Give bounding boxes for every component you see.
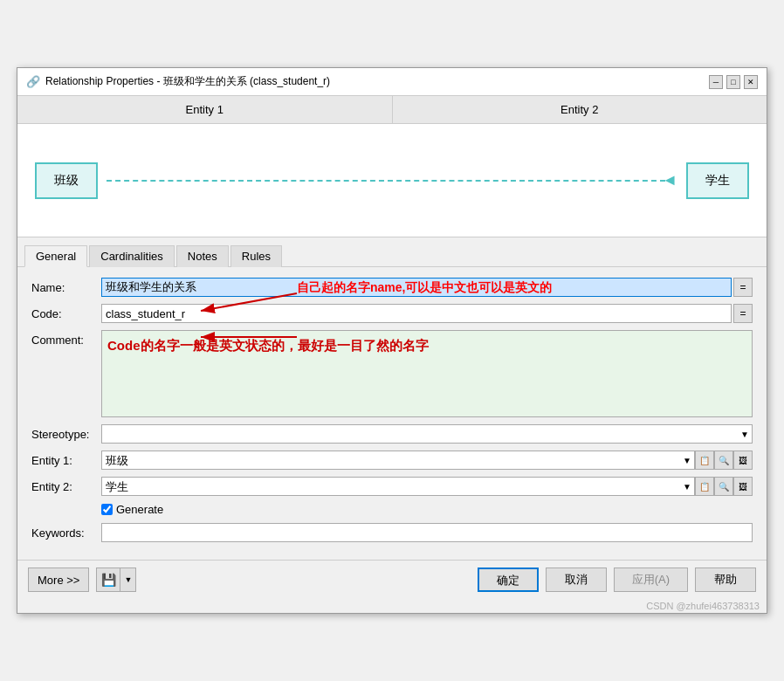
entity1-box: 班级 — [35, 162, 98, 199]
stereotype-label: Stereotype: — [31, 428, 101, 441]
entity2-icon-btn3[interactable]: 🖼 — [733, 477, 753, 496]
entity2-row-label: Entity 2: — [31, 480, 101, 493]
dashed-line — [107, 180, 665, 182]
entity1-select[interactable]: 班级 — [101, 451, 695, 470]
entity2-box: 学生 — [686, 162, 749, 199]
name-row: Name: = — [31, 278, 753, 297]
tab-bar: General Cardinalities Notes Rules — [17, 237, 767, 267]
generate-row: Generate — [101, 503, 753, 516]
window-icon: 🔗 — [26, 75, 40, 88]
code-input[interactable] — [101, 304, 732, 323]
ok-button[interactable]: 确定 — [478, 568, 539, 592]
code-label: Code: — [31, 307, 101, 320]
comment-display: Code的名字一般是英文状态的，最好是一目了然的名字 — [101, 330, 753, 417]
stereotype-select[interactable] — [101, 424, 753, 444]
title-bar: 🔗 Relationship Properties - 班级和学生的关系 (cl… — [17, 68, 767, 96]
save-button[interactable]: 💾 — [96, 568, 120, 592]
form-area: Name: = Code: = Comment: Code的名字一般是英文状态的… — [17, 267, 767, 560]
entity2-select-wrapper: 学生 ▼ — [101, 477, 695, 496]
entity2-icon-btn1[interactable]: 📋 — [695, 477, 714, 496]
tab-notes[interactable]: Notes — [176, 245, 229, 267]
title-bar-left: 🔗 Relationship Properties - 班级和学生的关系 (cl… — [26, 74, 330, 89]
name-eq-button[interactable]: = — [733, 278, 753, 297]
close-button[interactable]: ✕ — [744, 75, 758, 89]
title-bar-controls: ─ □ ✕ — [709, 75, 758, 89]
relationship-line: ◄ — [107, 180, 677, 182]
code-row: Code: = — [31, 304, 753, 323]
apply-button[interactable]: 应用(A) — [614, 568, 688, 592]
generate-label: Generate — [116, 503, 163, 516]
main-content: Name: = Code: = Comment: Code的名字一般是英文状态的… — [17, 267, 767, 560]
entity1-header: Entity 1 — [17, 96, 393, 123]
entity1-icon-btn1[interactable]: 📋 — [695, 451, 714, 470]
diagram-area: 班级 ◄ 学生 — [17, 124, 767, 237]
entity2-row: Entity 2: 学生 ▼ 📋 🔍 🖼 — [31, 477, 753, 496]
keywords-input[interactable] — [101, 523, 753, 542]
entity1-icon-btn3[interactable]: 🖼 — [733, 451, 753, 470]
tab-general[interactable]: General — [24, 245, 87, 267]
keywords-row: Keywords: — [31, 523, 753, 542]
help-button[interactable]: 帮助 — [695, 568, 756, 592]
entity1-select-wrapper: 班级 ▼ — [101, 451, 695, 470]
stereotype-select-wrapper: ▼ — [101, 424, 753, 444]
entity1-row-label: Entity 1: — [31, 454, 101, 467]
tab-cardinalities[interactable]: Cardinalities — [89, 245, 175, 267]
name-label: Name: — [31, 281, 101, 294]
watermark: CSDN @zhufei463738313 — [17, 599, 767, 613]
entity1-icon-btn2[interactable]: 🔍 — [714, 451, 733, 470]
maximize-button[interactable]: □ — [726, 75, 740, 89]
save-group: 💾 ▼ — [96, 568, 136, 592]
comment-row: Comment: Code的名字一般是英文状态的，最好是一目了然的名字 — [31, 330, 753, 417]
entity2-icon-btn2[interactable]: 🔍 — [714, 477, 733, 496]
name-input[interactable] — [101, 278, 732, 297]
bottom-toolbar: More >> 💾 ▼ 确定 取消 应用(A) 帮助 — [17, 560, 767, 599]
main-window: 🔗 Relationship Properties - 班级和学生的关系 (cl… — [17, 67, 767, 614]
more-button[interactable]: More >> — [28, 568, 89, 592]
comment-text-content: Code的名字一般是英文状态的，最好是一目了然的名字 — [107, 336, 429, 356]
comment-label: Comment: — [31, 330, 101, 347]
stereotype-row: Stereotype: ▼ — [31, 424, 753, 444]
code-eq-button[interactable]: = — [733, 304, 753, 323]
minimize-button[interactable]: ─ — [709, 75, 723, 89]
entity-header: Entity 1 Entity 2 — [17, 96, 767, 124]
entity2-select-row: 学生 ▼ — [101, 477, 695, 496]
entity2-header: Entity 2 — [393, 96, 767, 123]
entity2-select[interactable]: 学生 — [101, 477, 695, 496]
entity1-select-row: 班级 ▼ — [101, 451, 695, 470]
save-dropdown-button[interactable]: ▼ — [120, 568, 136, 592]
entity1-row: Entity 1: 班级 ▼ 📋 🔍 🖼 — [31, 451, 753, 470]
generate-checkbox[interactable] — [101, 504, 113, 515]
tab-rules[interactable]: Rules — [230, 245, 282, 267]
keywords-label: Keywords: — [31, 526, 101, 540]
window-title: Relationship Properties - 班级和学生的关系 (clas… — [45, 74, 330, 89]
cancel-button[interactable]: 取消 — [546, 568, 607, 592]
